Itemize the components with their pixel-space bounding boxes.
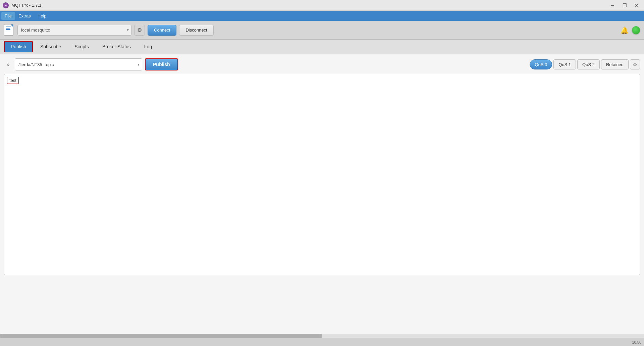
tab-publish[interactable]: Publish [4, 41, 33, 52]
scrollbar-thumb[interactable] [0, 334, 322, 338]
tab-broker-status[interactable]: Broker Status [96, 41, 137, 52]
status-bar: 10:50 [0, 338, 644, 346]
scrollbar[interactable] [0, 334, 644, 338]
message-text: test [7, 77, 19, 84]
topic-expand-button[interactable]: » [4, 60, 12, 68]
content-area: » ▼ Publish QoS 0 QoS 1 QoS 2 Retained ⚙… [0, 54, 644, 338]
retained-button[interactable]: Retained [601, 59, 629, 69]
document-icon[interactable] [4, 24, 15, 36]
tab-log[interactable]: Log [138, 41, 158, 52]
qos-2-button[interactable]: QoS 2 [577, 59, 600, 69]
disconnect-button[interactable]: Disconnect [179, 25, 213, 36]
title-bar-left: MQTT.fx - 1.7.1 [3, 2, 42, 8]
toolbar: ▼ ⚙ Connect Disconnect 🔔 [0, 21, 644, 40]
tab-scripts[interactable]: Scripts [68, 41, 95, 52]
broker-input[interactable] [17, 25, 131, 36]
title-bar: MQTT.fx - 1.7.1 ─ ❒ ✕ [0, 0, 644, 11]
message-area[interactable]: test [4, 74, 640, 275]
connection-status-dot [632, 26, 640, 34]
app-icon [3, 2, 9, 8]
topic-input[interactable] [15, 58, 142, 70]
publish-toolbar: » ▼ Publish QoS 0 QoS 1 QoS 2 Retained ⚙ [4, 58, 640, 70]
gear-button[interactable]: ⚙ [134, 25, 145, 36]
menu-item-extras[interactable]: Extras [15, 12, 34, 20]
menu-bar: File Extras Help [0, 11, 644, 21]
broker-input-wrapper: ▼ [17, 25, 131, 36]
tab-bar: Publish Subscribe Scripts Broker Status … [0, 40, 644, 54]
connect-button[interactable]: Connect [148, 25, 176, 36]
qos-0-button[interactable]: QoS 0 [530, 59, 552, 69]
qos-group: QoS 0 QoS 1 QoS 2 Retained ⚙ [530, 59, 640, 69]
toolbar-right: 🔔 [620, 26, 640, 34]
close-button[interactable]: ✕ [632, 2, 641, 9]
title-bar-controls: ─ ❒ ✕ [608, 2, 641, 9]
minimize-button[interactable]: ─ [608, 2, 617, 9]
tab-subscribe[interactable]: Subscribe [34, 41, 67, 52]
publish-button[interactable]: Publish [145, 58, 178, 70]
publish-settings-button[interactable]: ⚙ [630, 59, 640, 69]
qos-1-button[interactable]: QoS 1 [553, 59, 576, 69]
broker-dropdown-arrow[interactable]: ▼ [126, 28, 129, 32]
maximize-button[interactable]: ❒ [620, 2, 629, 9]
bell-icon: 🔔 [620, 26, 629, 34]
topic-dropdown-arrow[interactable]: ▼ [137, 63, 140, 66]
menu-item-file[interactable]: File [1, 12, 15, 20]
menu-item-help[interactable]: Help [34, 12, 50, 20]
topic-input-wrapper: ▼ [15, 58, 142, 70]
status-bar-time: 10:50 [632, 340, 641, 344]
window-title: MQTT.fx - 1.7.1 [11, 3, 42, 8]
